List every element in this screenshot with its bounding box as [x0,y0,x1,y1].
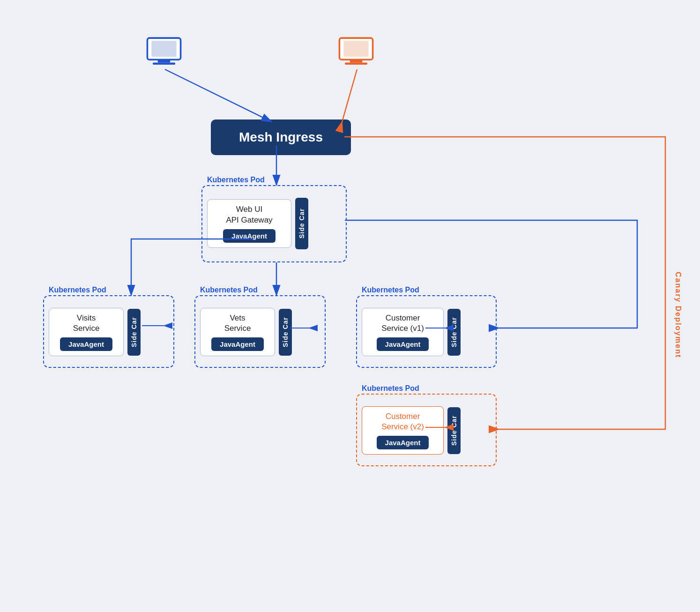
vets-service-box: VetsService JavaAgent [200,308,275,356]
webui-pod: Kubernetes Pod Web UIAPI Gateway JavaAge… [201,185,347,262]
customer-v2-service-box: CustomerService (v2) JavaAgent [362,406,444,455]
vets-java-agent: JavaAgent [211,337,264,351]
svg-line-13 [342,69,357,122]
svg-rect-6 [350,60,363,62]
svg-rect-7 [345,63,367,65]
svg-rect-3 [153,63,175,65]
webui-java-agent: JavaAgent [223,229,276,243]
svg-line-12 [165,69,272,122]
mesh-ingress-label: Mesh Ingress [239,130,323,144]
blue-monitor [145,35,183,68]
vets-pod: Kubernetes Pod VetsService JavaAgent Sid… [194,295,326,368]
visits-side-car: Side Car [127,309,141,356]
visits-service-box: VisitsService JavaAgent [49,308,124,356]
svg-rect-1 [151,41,176,57]
customer-v2-pod: Kubernetes Pod CustomerService (v2) Java… [356,394,497,466]
customer-v2-pod-label: Kubernetes Pod [362,384,419,393]
customer-v2-java-agent: JavaAgent [377,436,429,449]
vets-pod-label: Kubernetes Pod [200,286,258,294]
visits-java-agent: JavaAgent [60,337,112,351]
webui-service-name: Web UIAPI Gateway [226,204,272,225]
customer-v1-service-box: CustomerService (v1) JavaAgent [362,308,444,356]
orange-monitor [337,35,375,68]
customer-v1-side-car: Side Car [447,309,461,356]
customer-v1-service-name: CustomerService (v1) [381,313,424,334]
customer-v2-service-name: CustomerService (v2) [381,411,424,432]
webui-service-box: Web UIAPI Gateway JavaAgent [207,199,291,247]
vets-service-name: VetsService [224,313,251,334]
visits-pod-label: Kubernetes Pod [49,286,106,294]
customer-v1-pod: Kubernetes Pod CustomerService (v1) Java… [356,295,497,368]
customer-v1-java-agent: JavaAgent [377,337,429,351]
diagram: Mesh Ingress Kubernetes Pod Web UIAPI Ga… [0,0,700,612]
webui-side-car: Side Car [295,198,308,249]
customer-v2-side-car: Side Car [447,407,461,454]
svg-rect-5 [343,41,368,57]
vets-side-car: Side Car [279,309,292,356]
webui-pod-label: Kubernetes Pod [207,176,265,184]
customer-v1-pod-label: Kubernetes Pod [362,286,419,294]
visits-pod: Kubernetes Pod VisitsService JavaAgent S… [43,295,174,368]
svg-rect-2 [158,60,171,62]
visits-service-name: VisitsService [73,313,100,334]
canary-label: Canary Deployment [674,272,682,358]
mesh-ingress-box: Mesh Ingress [211,119,351,155]
